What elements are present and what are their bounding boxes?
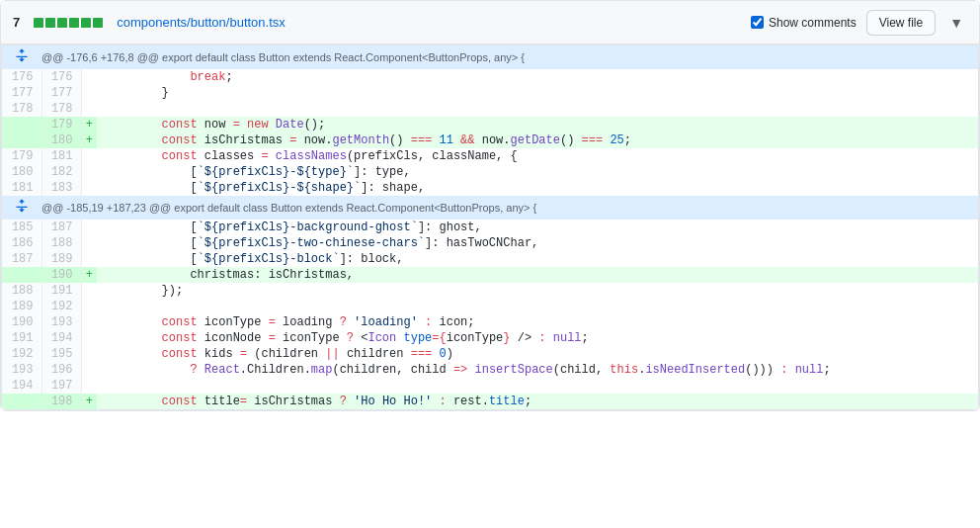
new-line-num: 190	[41, 267, 81, 283]
line-marker	[81, 330, 97, 346]
old-line-num: 187	[2, 251, 41, 267]
line-code: }	[97, 85, 978, 101]
diff-square-2	[45, 18, 55, 28]
line-marker	[81, 378, 97, 394]
line-code	[97, 101, 978, 117]
line-code	[97, 299, 978, 314]
old-line-num: 186	[2, 235, 41, 251]
new-line-num: 183	[41, 180, 81, 196]
table-row: 191 194 const iconNode = iconType ? <Ico…	[2, 330, 978, 346]
show-comments-label[interactable]: Show comments	[751, 16, 857, 30]
line-marker	[81, 85, 97, 101]
new-line-num: 191	[41, 283, 81, 299]
new-line-num: 187	[41, 220, 81, 235]
diff-square-5	[81, 18, 91, 28]
old-line-num: 189	[2, 299, 41, 314]
new-line-num: 178	[41, 101, 81, 117]
new-line-num: 181	[41, 148, 81, 164]
line-code: const title= isChristmas ? 'Ho Ho Ho!' :…	[97, 394, 978, 409]
old-line-num: 192	[2, 346, 41, 362]
old-line-num: 178	[2, 101, 41, 117]
new-line-num: 192	[41, 299, 81, 314]
new-line-num: 198	[41, 394, 81, 409]
new-line-num: 197	[41, 378, 81, 394]
line-marker	[81, 101, 97, 117]
line-marker	[81, 180, 97, 196]
file-path-link[interactable]: components/button/button.tsx	[117, 15, 286, 30]
new-line-num: 195	[41, 346, 81, 362]
table-row: 190 193 const iconType = loading ? 'load…	[2, 314, 978, 330]
table-row: 180 182 [`${prefixCls}-${type}`]: type,	[2, 164, 978, 180]
new-line-num: 180	[41, 132, 81, 148]
line-code: const iconType = loading ? 'loading' : i…	[97, 314, 978, 330]
table-row: 189 192	[2, 299, 978, 314]
line-marker	[81, 314, 97, 330]
new-line-num: 196	[41, 362, 81, 378]
file-count: 7	[13, 15, 20, 30]
line-code	[97, 378, 978, 394]
line-code: [`${prefixCls}-${type}`]: type,	[97, 164, 978, 180]
old-line-num: 176	[2, 69, 41, 85]
old-line-num: 191	[2, 330, 41, 346]
new-line-num: 193	[41, 314, 81, 330]
table-row: 178 178	[2, 101, 978, 117]
line-marker	[81, 362, 97, 378]
table-row: 177 177 }	[2, 85, 978, 101]
table-row: 190 + christmas: isChristmas,	[2, 267, 978, 283]
table-row: 187 189 [`${prefixCls}-block`]: block,	[2, 251, 978, 267]
hunk-text-1: @@ -176,6 +176,8 @@ export default class…	[41, 45, 978, 69]
new-line-num: 182	[41, 164, 81, 180]
table-row: 194 197	[2, 378, 978, 394]
line-code: const classes = classNames(prefixCls, cl…	[97, 148, 978, 164]
line-marker: +	[81, 394, 97, 409]
diff-square-6	[93, 18, 103, 28]
table-row: 179 + const now = new Date();	[2, 117, 978, 132]
line-marker	[81, 69, 97, 85]
diff-square-3	[57, 18, 67, 28]
show-comments-checkbox[interactable]	[751, 16, 764, 29]
line-code: christmas: isChristmas,	[97, 267, 978, 283]
table-row: 180 + const isChristmas = now.getMonth()…	[2, 132, 978, 148]
table-row: 181 183 [`${prefixCls}-${shape}`]: shape…	[2, 180, 978, 196]
expand-dropdown-button[interactable]: ▼	[945, 11, 967, 35]
expand-hunk-2[interactable]	[2, 196, 41, 220]
old-line-num: 180	[2, 164, 41, 180]
diff-square-4	[69, 18, 79, 28]
line-code: break;	[97, 69, 978, 85]
new-line-num: 189	[41, 251, 81, 267]
line-marker	[81, 251, 97, 267]
line-marker: +	[81, 132, 97, 148]
line-code: [`${prefixCls}-two-chinese-chars`]: hasT…	[97, 235, 978, 251]
hunk-text-2: @@ -185,19 +187,23 @@ export default cla…	[41, 196, 978, 220]
line-marker	[81, 346, 97, 362]
old-line-num	[2, 394, 41, 409]
line-marker	[81, 148, 97, 164]
table-row: 179 181 const classes = classNames(prefi…	[2, 148, 978, 164]
diff-squares	[34, 18, 103, 28]
show-comments-text: Show comments	[769, 16, 857, 30]
old-line-num: 185	[2, 220, 41, 235]
line-code: [`${prefixCls}-${shape}`]: shape,	[97, 180, 978, 196]
new-line-num: 177	[41, 85, 81, 101]
view-file-button[interactable]: View file	[866, 10, 936, 36]
line-code: const kids = (children || children === 0…	[97, 346, 978, 362]
diff-viewer: 7 components/button/button.tsx Show comm…	[0, 0, 980, 411]
line-code: [`${prefixCls}-background-ghost`]: ghost…	[97, 220, 978, 235]
line-marker: +	[81, 267, 97, 283]
line-code: const iconNode = iconType ? <Icon type={…	[97, 330, 978, 346]
table-row: 198 + const title= isChristmas ? 'Ho Ho …	[2, 394, 978, 409]
table-row: 188 191 });	[2, 283, 978, 299]
line-marker	[81, 283, 97, 299]
line-marker	[81, 164, 97, 180]
old-line-num: 179	[2, 148, 41, 164]
table-row: 185 187 [`${prefixCls}-background-ghost`…	[2, 220, 978, 235]
table-row: 193 196 ? React.Children.map(children, c…	[2, 362, 978, 378]
table-row: 192 195 const kids = (children || childr…	[2, 346, 978, 362]
diff-table: @@ -176,6 +176,8 @@ export default class…	[2, 45, 978, 409]
line-marker	[81, 235, 97, 251]
expand-hunk-1[interactable]	[2, 45, 41, 69]
diff-container: @@ -176,6 +176,8 @@ export default class…	[1, 44, 979, 410]
line-code: ? React.Children.map(children, child => …	[97, 362, 978, 378]
diff-square-1	[34, 18, 43, 28]
line-marker	[81, 220, 97, 235]
